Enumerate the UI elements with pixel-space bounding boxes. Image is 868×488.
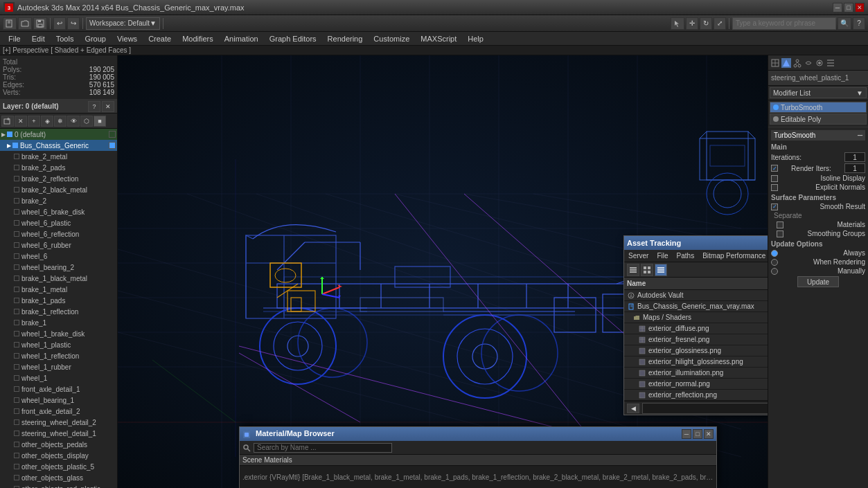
scale-button[interactable]: ⤢ [714,17,726,30]
table-row[interactable]: exterior_fresnel.png Found [624,334,768,345]
list-item[interactable]: wheel_6_reflection [0,228,117,240]
menu-create[interactable]: Create [143,32,177,46]
table-row[interactable]: exterior_reflection.png Found [624,390,768,401]
mb-maximize-button[interactable]: □ [693,429,702,439]
search-input[interactable] [732,17,836,30]
asset-tracking-titlebar[interactable]: Asset Tracking ─ □ ✕ [624,236,768,250]
menu-help[interactable]: Help [462,32,489,46]
list-item[interactable]: wheel_6_rubber [0,240,117,251]
rotate-button[interactable]: ↻ [700,17,712,30]
layer-select-button[interactable]: ◈ [41,116,53,127]
list-item[interactable]: ▶ Bus_Chassis_Generic [0,140,117,151]
select-button[interactable] [671,17,684,30]
list-item[interactable]: brake_2_black_metal [0,184,117,195]
list-item[interactable]: other_objects_red_plastic [0,483,117,488]
menu-graph-editors[interactable]: Graph Editors [264,32,322,46]
modifier-turbosmooth[interactable]: TurboSmooth [770,102,867,113]
table-row[interactable]: Maps / Shaders [624,312,768,323]
list-item[interactable]: wheel_6_plastic [0,217,117,228]
at-path-input[interactable] [642,403,768,414]
list-item[interactable]: front_axle_detail_2 [0,406,117,417]
move-button[interactable]: ✛ [686,17,698,30]
search-button[interactable]: 🔍 [838,17,851,30]
at-col-name-header[interactable]: Name [624,280,768,287]
list-item[interactable]: wheel_1_rubber [0,361,117,372]
list-item[interactable]: brake_1_black_metal [0,273,117,284]
help-button[interactable]: ? [853,17,865,30]
ts-smoothing-groups-checkbox[interactable] [777,231,783,237]
menu-group[interactable]: Group [79,32,112,46]
list-item[interactable]: other_objects_display [0,450,117,461]
minimize-button[interactable]: ─ [833,3,842,12]
open-button[interactable] [18,17,32,30]
close-button[interactable]: ✕ [855,3,865,12]
table-row[interactable]: exterior_hilight_glossiness.png Found [624,356,768,368]
list-item[interactable]: wheel_1_reflection [0,350,117,361]
ts-manually-radio[interactable] [771,268,778,275]
mb-close-button[interactable]: ✕ [704,429,714,439]
list-item[interactable]: wheel_bearing_2 [0,262,117,273]
table-row[interactable]: exterior_illumination.png Found [624,368,768,379]
new-button[interactable] [3,17,17,30]
layer-render-button[interactable]: ⬡ [80,116,93,127]
menu-customize[interactable]: Customize [368,32,415,46]
motion-tab-icon[interactable] [804,58,813,68]
list-item[interactable]: brake_2_pads [0,162,117,173]
create-tab-icon[interactable] [770,58,780,68]
list-item[interactable]: other_objects_plastic_5 [0,461,117,472]
list-item[interactable]: brake_2_metal [0,151,117,162]
ts-update-button[interactable]: Update [797,276,839,287]
material-browser-titlebar[interactable]: Material/Map Browser ─ □ ✕ [240,427,716,441]
list-item[interactable]: wheel_6 [0,251,117,262]
ts-render-iters-checkbox[interactable] [771,165,778,172]
list-item[interactable]: brake_1_metal [0,284,117,295]
list-item[interactable]: wheel_1_brake_disk [0,328,117,339]
at-tree-view-button[interactable] [641,264,653,276]
layer-visibility-box[interactable] [109,131,116,138]
at-menu-bitmap[interactable]: Bitmap Performance and Memory [698,250,768,262]
undo-button[interactable]: ↩ [53,17,66,30]
maximize-button[interactable]: □ [844,3,853,12]
layers-help-button[interactable]: ? [88,101,100,112]
list-item[interactable]: wheel_6_brake_disk [0,206,117,217]
list-item[interactable]: ▶ 0 (default) [0,129,117,140]
ts-render-iters-input[interactable]: 1 [844,163,865,173]
menu-edit[interactable]: Edit [26,32,51,46]
menu-rendering[interactable]: Rendering [322,32,369,46]
modifier-editable-poly[interactable]: Editable Poly [770,114,867,125]
ts-iterations-input[interactable]: 1 [844,152,865,162]
ts-explicit-normals-checkbox[interactable] [771,184,778,191]
menu-maxscript[interactable]: MAXScript [415,32,462,46]
display-tab-icon[interactable] [815,58,824,68]
layer-add-button[interactable]: + [28,116,40,127]
turbosmooth-collapse-icon[interactable]: ─ [858,132,862,139]
layer-hide-button[interactable]: 👁 [67,116,80,127]
menu-file[interactable]: File [3,32,26,46]
ts-materials-checkbox[interactable] [777,222,783,228]
utilities-tab-icon[interactable] [826,58,835,68]
list-item[interactable]: wheel_1_plastic [0,339,117,350]
list-item[interactable]: brake_1_reflection [0,306,117,317]
table-row[interactable]: A Autodesk Vault Logged C [624,290,768,301]
at-menu-file[interactable]: File [653,250,672,262]
list-item[interactable]: steering_wheel_detail_2 [0,417,117,428]
at-list-view-button[interactable] [627,264,639,276]
ts-smooth-result-checkbox[interactable] [771,204,778,210]
layer-new-button[interactable] [1,116,14,127]
list-item[interactable]: brake_2 [0,195,117,206]
mb-minimize-button[interactable]: ─ [682,429,691,439]
list-item[interactable]: front_axle_detail_1 [0,383,117,395]
menu-views[interactable]: Views [112,32,143,46]
modifier-list-dropdown[interactable]: Modifier List ▼ [770,87,867,98]
at-detail-view-button[interactable] [655,264,667,276]
table-row[interactable]: Bus_Chassis_Generic_max_vray.max Ok [624,301,768,312]
layers-close-button[interactable]: ✕ [102,101,114,112]
material-browser-search-input[interactable] [254,443,392,453]
menu-modifiers[interactable]: Modifiers [177,32,219,46]
at-prev-button[interactable]: ◀ [627,404,639,413]
table-row[interactable]: exterior_normal.png Found [624,379,768,390]
hierarchy-tab-icon[interactable] [792,58,802,68]
layer-color-button[interactable]: ■ [94,116,106,127]
list-item[interactable]: other_objects_glass [0,472,117,483]
layer-delete-button[interactable]: ✕ [15,116,27,127]
